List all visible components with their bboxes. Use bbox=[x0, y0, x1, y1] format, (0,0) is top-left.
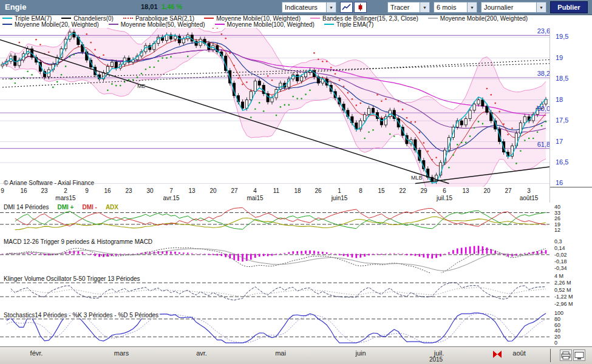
price-axis-label: 19,5 bbox=[556, 33, 568, 40]
stoch-axis-label: 40 bbox=[554, 328, 560, 334]
price-axis-label: 18,5 bbox=[556, 75, 568, 82]
legend-label: Moyenne Mobile(200, Weighted) bbox=[440, 15, 528, 22]
macd-panel: MACD 12-26 Trigger 9 periodes & Histogra… bbox=[0, 237, 549, 274]
price-axis-label: 16 bbox=[556, 179, 563, 186]
indicators-dropdown-label: Indicateurs bbox=[282, 4, 326, 11]
price-axis-label: 18 bbox=[556, 96, 563, 103]
dmi-axis-label: 26 bbox=[554, 215, 560, 221]
legend-label: Triple EMA(7) bbox=[336, 21, 373, 28]
macd-axis-label: -0,34 bbox=[554, 265, 567, 271]
tracer-dropdown[interactable]: Tracer ▼ bbox=[387, 2, 430, 13]
date-tick-label: 9 bbox=[0, 187, 10, 194]
dmi-legend-item: ADX bbox=[106, 204, 118, 211]
date-tick-label: 27 bbox=[501, 187, 515, 194]
klinger-axis-label: 4 M bbox=[554, 273, 563, 279]
date-tick-label: 8 bbox=[353, 187, 368, 194]
date-tick-label: 23 bbox=[37, 187, 52, 194]
month-tick-label: juin15 bbox=[326, 195, 353, 201]
date-tick-label: 20 bbox=[206, 187, 220, 194]
date-tick-label: 3 bbox=[522, 187, 536, 194]
klinger-axis-label: -1,22 M bbox=[554, 294, 573, 300]
chevron-down-icon: ▼ bbox=[420, 2, 429, 12]
date-tick-label: 2 bbox=[58, 187, 73, 194]
bottom-month-label: mars bbox=[109, 349, 134, 357]
bottom-month-label: avr. bbox=[189, 349, 214, 357]
candlestick-style-icon bbox=[356, 4, 365, 11]
indicator-legend: Triple EMA(7)Chandeliers(0)Parabolique S… bbox=[0, 15, 592, 28]
timeline-divider bbox=[550, 349, 551, 362]
price-change: 1,46 % bbox=[162, 3, 182, 10]
top-toolbar: Engie 18,01 1,46 % Indicateurs ▼ Tracer … bbox=[0, 0, 592, 15]
date-tick-label: 13 bbox=[458, 187, 473, 194]
date-tick-label: 15 bbox=[374, 187, 389, 194]
export-button[interactable] bbox=[573, 349, 585, 361]
klinger-panel-title: Klinger Volume Oscillator 5-50 Trigger 1… bbox=[2, 275, 141, 282]
dmi-panel: DMI 14 PériodesDMI +DMI -ADX bbox=[0, 203, 549, 237]
date-tick-label: 22 bbox=[395, 187, 410, 194]
price-axis-label: 19 bbox=[556, 54, 563, 61]
macd-axis-label: -0,02 bbox=[554, 252, 567, 258]
legend-item: Moyenne Mobile(20, Weighted) bbox=[2, 21, 99, 28]
stoch-axis-label: 0 bbox=[554, 340, 557, 346]
date-tick-label: 18 bbox=[290, 187, 305, 194]
axial-finance-window: Engie 18,01 1,46 % Indicateurs ▼ Tracer … bbox=[0, 0, 592, 364]
date-tick-label: 27 bbox=[227, 187, 242, 194]
macd-title-text: MACD 12-26 Trigger 9 periodes & Histogra… bbox=[4, 238, 152, 245]
period-dropdown[interactable]: 6 mois ▼ bbox=[434, 2, 477, 13]
legend-marker-icon bbox=[215, 24, 225, 25]
dmi-axis-label: 40 bbox=[554, 204, 560, 210]
date-tick-label: 6 bbox=[437, 187, 452, 194]
timeline-year: 2015 bbox=[421, 356, 451, 363]
price-chart-area: MEMLB © Ariane Software - Axial Finance bbox=[0, 28, 549, 187]
period-dropdown-label: 6 mois bbox=[434, 4, 467, 11]
date-tick-label: 16 bbox=[16, 187, 31, 194]
month-tick-label: mai15 bbox=[242, 195, 268, 201]
legend-marker-icon bbox=[2, 24, 12, 25]
date-tick-label: 4 bbox=[248, 187, 262, 194]
macd-panel-title: MACD 12-26 Trigger 9 periodes & Histogra… bbox=[2, 238, 154, 245]
legend-item: Moyenne Mobile(50, Weighted) bbox=[109, 21, 205, 28]
month-tick-label: mars15 bbox=[52, 195, 79, 201]
dmi-axis: 4033261912 bbox=[549, 203, 592, 237]
date-axis: 9162329162330713202741118261815222961320… bbox=[0, 187, 549, 203]
price-axis: 19,51918,51817,51716,516 bbox=[549, 28, 592, 187]
legend-row: Triple EMA(7)Chandeliers(0)Parabolique S… bbox=[0, 15, 592, 21]
frequency-dropdown[interactable]: Journalier ▼ bbox=[481, 2, 546, 13]
timeline-bar[interactable]: févr.marsavr.maijuinjuil.août 2015 bbox=[0, 347, 592, 364]
klinger-panel: Klinger Volume Oscillator 5-50 Trigger 1… bbox=[0, 274, 549, 311]
date-tick-label: 11 bbox=[269, 187, 284, 194]
date-tick-label: 20 bbox=[480, 187, 494, 194]
chevron-down-icon: ▼ bbox=[536, 2, 546, 12]
date-tick-label: 26 bbox=[311, 187, 325, 194]
legend-item: Triple EMA(7) bbox=[324, 21, 373, 28]
stochastics-panel-title: Stochastics14 Périodes - %K 3 Périodes -… bbox=[2, 312, 160, 318]
date-tick-label: 29 bbox=[417, 187, 431, 194]
chevron-down-icon: ▼ bbox=[467, 2, 477, 12]
print-button[interactable] bbox=[560, 349, 572, 361]
legend-marker-icon bbox=[310, 18, 320, 19]
line-style-icon bbox=[342, 4, 351, 11]
indicators-dropdown[interactable]: Indicateurs ▼ bbox=[282, 2, 336, 13]
bottom-month-label: mai bbox=[268, 349, 293, 357]
candlestick-chart-button[interactable] bbox=[354, 2, 367, 13]
publish-button[interactable]: Publier bbox=[550, 1, 588, 13]
line-chart-button[interactable] bbox=[340, 2, 353, 13]
klinger-axis-label: -2,96 M bbox=[554, 301, 573, 307]
main-price-chart[interactable]: MEMLB bbox=[0, 28, 549, 187]
date-tick-label: 1 bbox=[332, 187, 347, 194]
chevron-down-icon: ▼ bbox=[326, 2, 336, 12]
last-price: 18,01 bbox=[141, 3, 158, 10]
macd-axis-label: 0,14 bbox=[554, 245, 565, 251]
timeline-position-marker[interactable] bbox=[493, 351, 502, 358]
stoch-axis-label: 20 bbox=[554, 334, 560, 340]
date-tick-label: 30 bbox=[143, 187, 157, 194]
month-tick-label: avr.15 bbox=[158, 195, 185, 201]
tracer-dropdown-label: Tracer bbox=[388, 4, 420, 11]
copyright-text: © Ariane Software - Axial Finance bbox=[4, 180, 94, 186]
export-icon bbox=[574, 351, 584, 360]
svg-text:ME: ME bbox=[137, 83, 146, 89]
print-icon bbox=[561, 351, 571, 360]
stoch-axis-label: 100 bbox=[554, 310, 563, 316]
instrument-name: Engie bbox=[5, 2, 26, 12]
macd-axis-label: 0,3 bbox=[554, 238, 562, 244]
